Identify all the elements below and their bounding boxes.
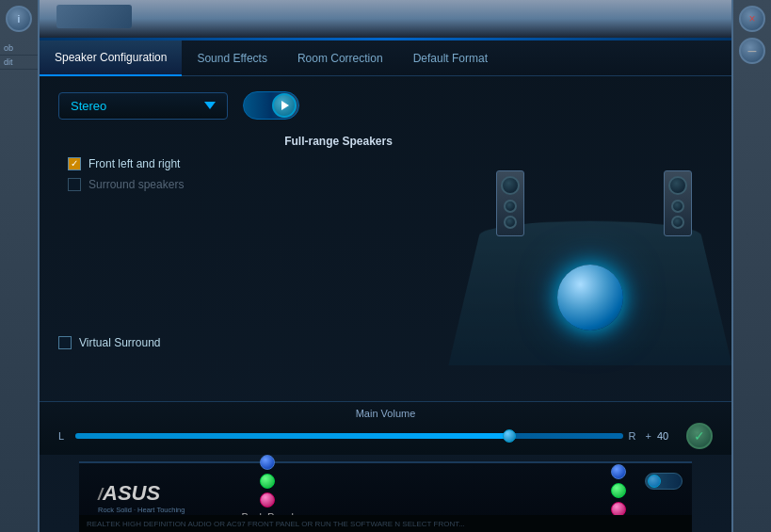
virtual-surround-row: Virtual Surround <box>40 336 180 349</box>
play-button[interactable] <box>243 91 299 120</box>
toggle-knob <box>648 475 661 488</box>
tab-speaker-configuration[interactable]: Speaker Configuration <box>40 40 182 76</box>
volume-value: 40 <box>657 430 681 442</box>
left-speaker <box>496 170 526 246</box>
asus-brand-text: ASUS <box>103 481 160 506</box>
volume-slider[interactable] <box>75 433 623 439</box>
main-content: Speaker Configuration Sound Effects Room… <box>40 38 731 532</box>
left-speaker-driver-3 <box>504 216 517 229</box>
front-panel-dots <box>611 464 626 517</box>
minimize-button[interactable]: – <box>739 38 765 64</box>
volume-plus-icon: + <box>646 430 651 442</box>
right-speaker-body <box>664 170 692 236</box>
speaker-visualization <box>458 133 722 378</box>
outer-frame: i ob dit × – Speaker Configuration Sound… <box>0 0 771 532</box>
asus-tagline: Rock Solid · Heart Touching <box>98 506 185 514</box>
speaker-row: Stereo <box>58 91 713 120</box>
checkbox-label-front-lr: Front left and right <box>88 157 180 170</box>
checkbox-label-virtual-surround: Virtual Surround <box>79 336 161 349</box>
left-text-1: ob <box>0 41 38 56</box>
asus-logo: / ASUS Rock Solid · Heart Touching <box>98 481 185 514</box>
glow-ball <box>557 265 623 330</box>
status-text: REALTEK HIGH DEFINITION AUDIO OR AC97 FR… <box>87 520 465 528</box>
volume-slider-fill <box>75 433 513 439</box>
tab-room-correction[interactable]: Room Correction <box>282 40 398 76</box>
chevron-down-icon <box>204 102 216 109</box>
right-speaker-driver-1 <box>668 176 687 195</box>
left-text-items: ob dit <box>0 41 38 70</box>
left-speaker-driver-1 <box>501 176 520 195</box>
status-bar: REALTEK HIGH DEFINITION AUDIO OR AC97 FR… <box>79 515 692 532</box>
back-panel-dot-blue <box>260 455 275 470</box>
checkmark-icon: ✓ <box>71 159 78 169</box>
volume-left-label: L <box>58 430 70 442</box>
checkbox-surround[interactable] <box>68 178 81 191</box>
play-triangle-icon <box>281 101 289 110</box>
content-panel: Stereo Full-range Speakers ✓ Front left … <box>40 76 731 396</box>
volume-section: Main Volume L R + 40 ✓ <box>40 401 731 455</box>
volume-label: Main Volume <box>58 408 713 419</box>
checkbox-front-lr[interactable]: ✓ <box>68 157 81 170</box>
checkbox-virtual-surround[interactable] <box>58 336 72 349</box>
tab-default-format[interactable]: Default Format <box>398 40 503 76</box>
speaker-select-dropdown[interactable]: Stereo <box>58 92 228 120</box>
volume-slider-thumb <box>503 429 516 443</box>
left-strip: i ob dit <box>0 0 40 532</box>
apply-button[interactable]: ✓ <box>686 423 713 449</box>
right-strip: × – <box>731 0 771 532</box>
left-speaker-body <box>496 170 524 236</box>
left-text-2: dit <box>0 56 38 70</box>
close-button[interactable]: × <box>739 6 765 32</box>
right-speaker-driver-3 <box>671 216 684 229</box>
front-panel-dot-blue <box>611 464 626 479</box>
top-bar <box>0 0 771 38</box>
volume-row: L R + 40 ✓ <box>58 423 713 449</box>
panel-toggle[interactable] <box>645 473 683 490</box>
checkbox-label-surround: Surround speakers <box>88 178 184 191</box>
info-button[interactable]: i <box>6 6 32 32</box>
back-panel-dot-green <box>260 474 275 489</box>
volume-right-label: R <box>629 430 640 442</box>
tab-bar: Speaker Configuration Sound Effects Room… <box>40 40 731 76</box>
front-panel-dot-green <box>611 483 626 498</box>
play-knob <box>272 93 297 118</box>
tab-sound-effects[interactable]: Sound Effects <box>182 40 282 76</box>
right-speaker-driver-2 <box>671 200 684 213</box>
back-panel-dot-pink <box>260 492 275 508</box>
right-speaker <box>664 170 694 246</box>
left-speaker-driver-2 <box>504 200 517 213</box>
back-panel-dots <box>260 455 275 508</box>
